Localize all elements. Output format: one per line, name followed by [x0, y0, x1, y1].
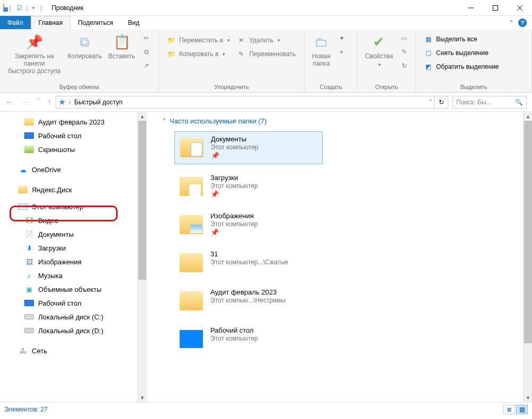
scroll-thumb[interactable] — [138, 121, 146, 280]
folder-card-downloads[interactable]: ↓ Загрузки Этот компьютер 📌 — [174, 171, 323, 202]
ribbon-collapse-icon[interactable]: ⌃ — [509, 19, 514, 26]
up-button[interactable]: ↑ — [47, 97, 51, 107]
folder-icon — [179, 212, 204, 237]
breadcrumb-root[interactable]: Быстрый доступ — [74, 99, 122, 106]
window-title: Проводник — [47, 4, 83, 12]
copy-path-button[interactable]: ⧉ — [141, 46, 151, 58]
select-all-icon: ▦ — [423, 34, 433, 44]
doc-icon: 📄 — [24, 229, 34, 239]
properties-button[interactable]: ✔ Свойства ▾ — [362, 31, 396, 69]
folder-name: 31 — [210, 250, 288, 258]
refresh-button[interactable]: ↻ — [435, 96, 448, 109]
folder-card-images[interactable]: Изображения Этот компьютер 📌 — [174, 209, 323, 240]
scroll-thumb[interactable] — [524, 121, 532, 343]
qat-separator: | — [7, 4, 13, 12]
cut-button[interactable]: ✂ — [141, 32, 151, 44]
edit-button[interactable]: ✎ — [400, 46, 409, 58]
address-dropdown-icon[interactable]: ˅ — [429, 99, 432, 105]
cube-icon: ▣ — [24, 284, 34, 294]
scroll-down-button[interactable]: ▼ — [524, 393, 532, 402]
folder-card-documents[interactable]: Документы Этот компьютер 📌 — [174, 131, 323, 164]
section-frequent-folders[interactable]: ˅ Часто используемые папки (7) — [163, 117, 526, 125]
maximize-button[interactable] — [483, 0, 508, 16]
scroll-up-button[interactable]: ▲ — [524, 112, 532, 121]
tree-item-downloads[interactable]: ⬇Загрузки — [0, 241, 137, 255]
view-tiles-button[interactable]: ▦ — [516, 405, 528, 414]
chevron-down-icon: ▾ — [221, 51, 225, 57]
folder-card-desktop[interactable]: Рабочий стол Этот компьютер — [174, 323, 323, 355]
tree-item-cdrive[interactable]: Локальный диск (C:) — [0, 310, 137, 324]
tree-item-yadisk[interactable]: Яндекс.Диск — [0, 183, 137, 197]
tree-item-docs[interactable]: 📄Документы — [0, 227, 137, 241]
copy-path-icon: ⧉ — [141, 47, 151, 57]
tab-home[interactable]: Главная — [31, 16, 71, 29]
close-button[interactable] — [508, 0, 532, 16]
status-item-count: Элементов: 27 — [4, 406, 48, 413]
history-button[interactable]: ↻ — [400, 60, 409, 72]
paste-shortcut-button[interactable]: ↗ — [141, 60, 151, 72]
rename-button[interactable]: ✎Переименовать — [236, 48, 296, 60]
copy-to-button[interactable]: 📁Копировать в▾ — [166, 48, 230, 60]
tree-item-music[interactable]: ♪Музыка — [0, 269, 137, 282]
search-box[interactable]: Поиск: Бы... 🔍 — [453, 96, 527, 109]
paste-icon: 📋 — [113, 33, 130, 50]
delete-button[interactable]: ✕Удалить▾ — [236, 34, 296, 46]
address-bar[interactable]: ★ › Быстрый доступ ˅ — [56, 96, 435, 109]
tree-item-images[interactable]: 🖼Изображения — [0, 255, 137, 269]
tree-item-desktop2[interactable]: Рабочий стол — [0, 296, 137, 310]
view-details-button[interactable]: ≣ — [503, 405, 515, 414]
back-button[interactable]: ← — [5, 97, 14, 107]
folder-location: Этот компью...\Нестримы — [210, 297, 286, 304]
scroll-down-button[interactable]: ▼ — [138, 393, 147, 402]
open-button[interactable]: ▭ — [400, 32, 409, 44]
pin-to-quick-access-button[interactable]: 📌 Закрепить на панели быстрого доступа — [4, 31, 65, 77]
scroll-up-button[interactable]: ▲ — [138, 112, 147, 121]
copyto-icon: 📁 — [166, 49, 176, 59]
easy-access-button[interactable]: ⌖ — [337, 46, 347, 58]
qat-checkbox-icon[interactable]: ☑ — [16, 4, 22, 12]
qat-dropdown-icon[interactable]: ▾ — [32, 5, 35, 11]
tree-item-onedrive[interactable]: ☁OneDrive — [0, 163, 137, 176]
help-icon[interactable]: ? — [518, 19, 527, 27]
tree-item-audit[interactable]: Аудит февраль 2023 — [0, 115, 137, 129]
recent-locations-button[interactable]: ˅ — [37, 97, 40, 107]
move-to-button[interactable]: 📁Переместить в▾ — [166, 34, 230, 46]
delete-icon: ✕ — [236, 35, 246, 45]
qat-item-icon[interactable]: ▯ — [25, 4, 29, 12]
copy-icon: ⧉ — [76, 33, 93, 50]
open-icon: ▭ — [400, 33, 409, 43]
tree-item-network[interactable]: 🖧Сеть — [0, 344, 137, 358]
folder-card-31[interactable]: 31 Этот компьютер...\Сжатые — [174, 247, 323, 279]
chevron-down-icon: ▾ — [226, 38, 230, 43]
onedrive-icon: ☁ — [18, 165, 28, 174]
folder-card-audit[interactable]: Аудит февраль 2023 Этот компью...\Нестри… — [174, 285, 323, 317]
tree-item-ddrive[interactable]: Локальный диск (D:) — [0, 324, 137, 337]
tab-file[interactable]: Файл — [0, 16, 31, 29]
chevron-down-icon: ▾ — [277, 38, 280, 43]
invert-selection-button[interactable]: ◩Обратить выделение — [423, 61, 499, 73]
folder-icon — [179, 135, 205, 161]
copy-button[interactable]: ⧉ Копировать — [65, 31, 105, 62]
folder-location: Этот компьютер — [210, 220, 258, 228]
tree-item-desktop[interactable]: Рабочий стол — [0, 129, 137, 142]
breadcrumb-separator: › — [69, 99, 71, 106]
select-none-button[interactable]: ▢Снять выделение — [423, 47, 499, 59]
tree-item-screenshots[interactable]: Скриншоты — [0, 142, 137, 156]
tree-item-3dobjects[interactable]: ▣Объемные объекты — [0, 282, 137, 296]
svg-rect-1 — [493, 5, 498, 10]
search-icon: 🔍 — [515, 99, 523, 106]
new-item-button[interactable]: ✦ — [337, 32, 347, 44]
new-folder-button[interactable]: 🗀 Новая папка — [309, 31, 334, 69]
paste-button[interactable]: 📋 Вставить — [105, 31, 138, 62]
group-open-label: Открыть — [358, 83, 415, 92]
new-folder-icon: 🗀 — [313, 33, 330, 50]
image-icon: 🖼 — [24, 257, 34, 266]
folder-location: Этот компьютер...\Сжатые — [210, 258, 288, 266]
minimize-button[interactable] — [459, 0, 483, 16]
folder-name: Аудит февраль 2023 — [210, 288, 286, 296]
folder-name: Рабочий стол — [210, 326, 258, 334]
tab-share[interactable]: Поделиться — [70, 16, 120, 29]
forward-button[interactable]: → — [21, 97, 30, 107]
tab-view[interactable]: Вид — [120, 16, 147, 29]
select-all-button[interactable]: ▦Выделить все — [423, 33, 499, 45]
